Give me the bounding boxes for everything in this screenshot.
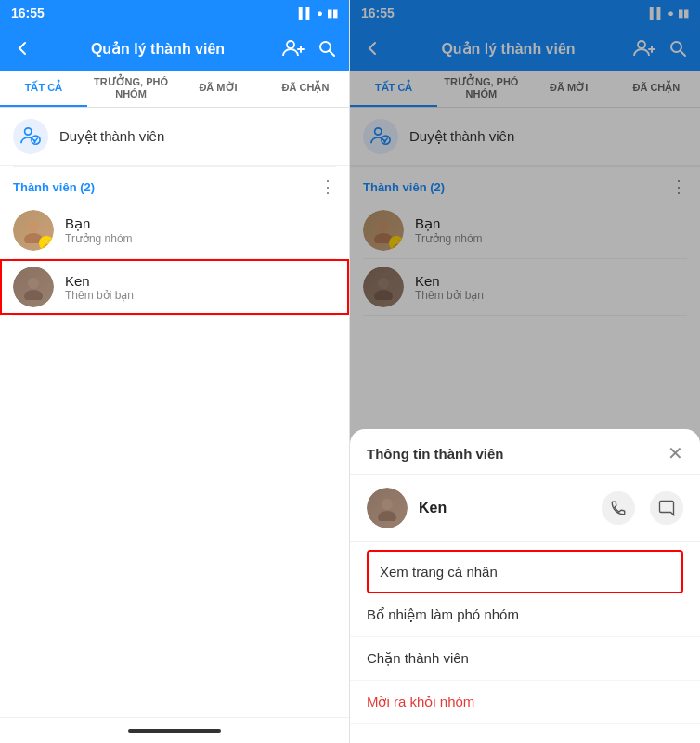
left-home-indicator (0, 717, 349, 743)
svg-point-9 (28, 278, 39, 289)
sheet-user-name: Ken (419, 500, 590, 516)
left-header: Quản lý thành viên (0, 26, 349, 71)
left-tab-tat-ca[interactable]: TẤT CẢ (0, 71, 87, 107)
left-duyet-row[interactable]: Duyệt thành viên (0, 108, 349, 166)
sheet-menu-xem-trang[interactable]: Xem trang cá nhân (369, 552, 681, 592)
left-avatar-ban: 🔑 (13, 210, 54, 251)
sheet-chat-button[interactable] (650, 491, 683, 525)
right-panel: 16:55 ▌▌ ● ▮▮ Quản lý thành viên (350, 0, 700, 743)
svg-point-5 (25, 128, 32, 135)
left-home-bar (128, 729, 221, 733)
left-member-name-ken: Ken (65, 273, 336, 289)
sheet-header: Thông tin thành viên ✕ (350, 429, 700, 475)
left-add-member-icon[interactable] (280, 35, 306, 61)
sheet-phone-button[interactable] (602, 491, 635, 525)
sheet-user-row: Ken (350, 475, 700, 542)
sheet-menu-bo-nhiem[interactable]: Bổ nhiệm làm phó nhóm (350, 593, 700, 637)
left-tab-da-moi[interactable]: ĐÃ MỜI (175, 71, 262, 107)
svg-line-4 (330, 51, 334, 56)
svg-point-10 (24, 290, 43, 300)
left-member-ban[interactable]: 🔑 Bạn Trưởng nhóm (0, 202, 349, 258)
left-member-role-ban: Trưởng nhóm (65, 232, 336, 245)
left-member-section: Thành viên (2) ⋮ 🔑 Bạn Trưởng nhóm (0, 167, 349, 717)
left-header-title: Quản lý thành viên (43, 40, 273, 58)
left-member-ken[interactable]: Ken Thêm bởi bạn (0, 259, 349, 315)
left-member-role-ken: Thêm bởi bạn (65, 289, 336, 302)
left-avatar-badge-ban: 🔑 (39, 236, 54, 251)
wifi-icon: ● (317, 7, 323, 19)
left-panel: 16:55 ▌▌ ● ▮▮ Quản lý thành viên (0, 0, 350, 743)
left-avatar-ken (13, 267, 54, 307)
battery-icon: ▮▮ (327, 7, 338, 20)
sheet-action-buttons (602, 491, 683, 525)
left-member-info-ken: Ken Thêm bởi bạn (65, 273, 336, 302)
sheet-xem-trang-wrapper: Xem trang cá nhân (367, 550, 683, 593)
sheet-menu-moi-ra[interactable]: Mời ra khỏi nhóm (350, 681, 700, 724)
sheet-title: Thông tin thành viên (367, 446, 503, 462)
left-member-count: Thành viên (2) (13, 180, 95, 194)
left-member-header: Thành viên (2) ⋮ (0, 167, 349, 202)
right-bottom-sheet: Thông tin thành viên ✕ Ken (350, 429, 700, 743)
left-tab-da-chan[interactable]: ĐÃ CHẶN (262, 71, 349, 107)
signal-icon: ▌▌ (299, 7, 314, 19)
svg-point-0 (287, 41, 294, 48)
left-back-button[interactable] (9, 35, 35, 61)
svg-point-23 (378, 511, 396, 521)
sheet-user-avatar (367, 488, 408, 528)
sheet-avatar-img (367, 488, 408, 528)
left-tab-truong-pho[interactable]: TRƯỞNG, PHÓ NHÓM (87, 71, 175, 107)
left-search-icon[interactable] (314, 35, 340, 61)
left-status-icons: ▌▌ ● ▮▮ (299, 7, 338, 20)
svg-point-22 (382, 499, 393, 510)
sheet-close-button[interactable]: ✕ (668, 444, 683, 463)
left-tabs: TẤT CẢ TRƯỞNG, PHÓ NHÓM ĐÃ MỜI ĐÃ CHẶN (0, 71, 349, 108)
left-duyet-label: Duyệt thành viên (59, 128, 164, 145)
left-avatar-img-ken (13, 267, 54, 307)
left-duyet-icon (13, 119, 48, 154)
left-member-name-ban: Bạn (65, 215, 336, 232)
svg-point-7 (28, 221, 39, 232)
left-member-info-ban: Bạn Trưởng nhóm (65, 215, 336, 245)
left-time: 16:55 (11, 6, 45, 20)
left-status-bar: 16:55 ▌▌ ● ▮▮ (0, 0, 349, 26)
left-more-icon[interactable]: ⋮ (319, 176, 336, 197)
sheet-menu-chan[interactable]: Chặn thành viên (350, 637, 700, 681)
